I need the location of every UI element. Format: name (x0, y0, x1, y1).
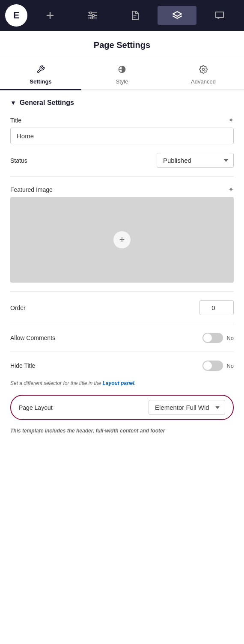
general-settings-header: ▼ General Settings (10, 99, 234, 107)
tab-advanced[interactable]: Advanced (163, 59, 244, 90)
allow-comments-toggle-label: No (226, 335, 234, 341)
svg-point-0 (89, 12, 92, 14)
section-title: General Settings (20, 99, 74, 107)
template-note: This template includes the header, full-… (10, 427, 234, 435)
wrench-icon (36, 65, 45, 76)
plus-button[interactable] (31, 6, 70, 25)
tab-settings[interactable]: Settings (0, 59, 81, 90)
allow-comments-toggle-wrapper: No (202, 333, 234, 343)
status-label: Status (10, 157, 27, 164)
hide-title-toggle-wrapper: No (202, 361, 234, 371)
page-layout-label: Page Layout (19, 404, 53, 411)
status-select[interactable]: Published Draft Private Pending (157, 153, 234, 168)
hide-title-field: Hide Title No (10, 361, 234, 371)
divider-1 (10, 176, 234, 177)
svg-point-4 (202, 69, 205, 71)
ai-sparkle-icon[interactable]: ✦ (228, 116, 234, 124)
settings-content: ▼ General Settings Title ✦ Status Publis… (0, 90, 244, 443)
page-settings-title: Page Settings (9, 40, 235, 50)
status-field: Status Published Draft Private Pending (10, 153, 234, 168)
order-field: Order (10, 300, 234, 315)
title-field: Title ✦ (10, 116, 234, 144)
svg-point-1 (92, 15, 95, 17)
layout-panel-link[interactable]: Layout panel (102, 380, 134, 386)
featured-image-label: Featured Image (10, 186, 53, 193)
panel-header: Page Settings (0, 31, 244, 58)
toolbar: E (0, 0, 244, 31)
order-input[interactable] (199, 300, 234, 315)
layout-info-text: Set a different selector for the title i… (10, 379, 234, 387)
sliders-button[interactable] (73, 6, 112, 25)
divider-4 (10, 352, 234, 352)
page-layout-field: Page Layout Elementor Full Wid Default E… (10, 395, 234, 420)
page-layout-select[interactable]: Elementor Full Wid Default Elementor Can… (149, 400, 225, 415)
allow-comments-field: Allow Comments No (10, 333, 234, 343)
title-input[interactable] (10, 128, 234, 144)
elementor-logo[interactable]: E (5, 4, 27, 27)
divider-2 (10, 291, 234, 292)
gear-icon (199, 65, 208, 76)
tab-advanced-label: Advanced (191, 78, 216, 85)
document-button[interactable] (116, 6, 155, 25)
tab-style-label: Style (116, 78, 128, 85)
tab-settings-label: Settings (30, 78, 51, 85)
allow-comments-label: Allow Comments (10, 334, 55, 341)
layers-button[interactable] (158, 6, 196, 25)
title-label: Title (10, 117, 21, 124)
section-arrow-icon: ▼ (10, 99, 16, 106)
tab-style[interactable]: Style (81, 59, 163, 90)
featured-image-field: Featured Image ✦ + (10, 185, 234, 283)
featured-image-ai-icon[interactable]: ✦ (228, 185, 234, 194)
order-label: Order (10, 304, 26, 311)
divider-3 (10, 324, 234, 324)
plus-circle-icon: + (119, 234, 125, 245)
hide-title-toggle[interactable] (202, 361, 223, 371)
image-add-button[interactable]: + (113, 231, 131, 248)
hide-title-label: Hide Title (10, 362, 35, 369)
hide-title-toggle-label: No (226, 363, 234, 369)
style-icon (118, 65, 126, 76)
allow-comments-toggle[interactable] (202, 333, 223, 343)
image-upload-area[interactable]: + (10, 197, 234, 283)
tabs-container: Settings Style Advanced (0, 58, 244, 90)
chat-button[interactable] (200, 6, 239, 25)
svg-point-2 (91, 17, 93, 19)
